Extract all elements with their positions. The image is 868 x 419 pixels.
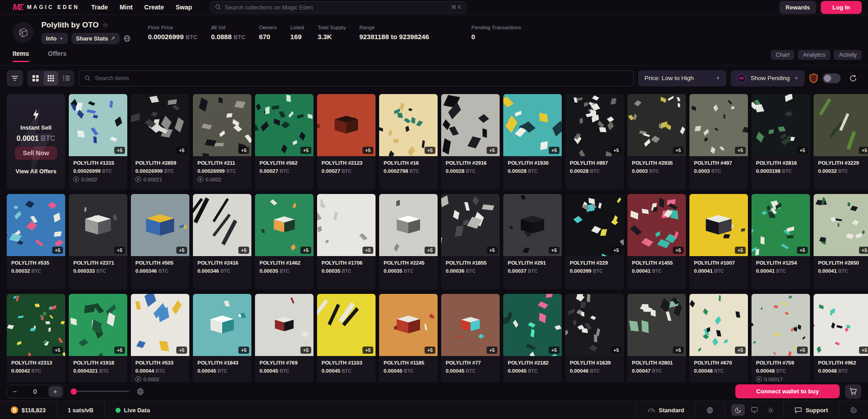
- nft-card[interactable]: +5 POLYLITH #670 0.00048 BTC ฿: [689, 294, 748, 382]
- nft-card[interactable]: +5 POLYLITH #1930 0.00028 BTC ฿: [503, 94, 562, 189]
- nft-card[interactable]: +5 POLYLITH #2313 0.00042 BTC ฿: [7, 294, 65, 382]
- refresh-button[interactable]: [845, 70, 861, 86]
- nav-link-create[interactable]: Create: [144, 4, 164, 11]
- view-small-grid-button[interactable]: [44, 71, 58, 86]
- items-search-input[interactable]: [95, 75, 628, 81]
- nft-card[interactable]: +5 POLYLITH #2245 0.00035 BTC ฿: [379, 194, 438, 289]
- nft-card[interactable]: +5 POLYLITH #2371 0.000333 BTC ฿: [69, 194, 127, 289]
- analytics-button[interactable]: Analytics: [798, 50, 830, 60]
- status-footer: ₿ $118,823 1 sats/vB Live Data Standard …: [0, 401, 868, 419]
- global-search-input[interactable]: [225, 4, 447, 11]
- nav-link-mint[interactable]: Mint: [120, 4, 133, 11]
- nft-price-value: 0.00026999: [197, 168, 225, 174]
- nft-card[interactable]: +5 POLYLITH #2916 0.00028 BTC ฿: [441, 94, 500, 189]
- btc-price-indicator[interactable]: ₿ $118,823: [0, 401, 57, 419]
- sweep-slider[interactable]: [71, 388, 129, 395]
- cart-button[interactable]: [845, 384, 861, 399]
- nft-card[interactable]: +5 POLYLITH #962 0.00048 BTC ฿: [814, 294, 868, 382]
- nft-card[interactable]: +5 POLYLITH #1103 0.00045 BTC ฿: [317, 294, 376, 382]
- nft-card[interactable]: +5 POLYLITH #2182 0.00045 BTC ฿: [503, 294, 562, 382]
- nft-card[interactable]: +5 POLYLITH #1254 0.00041 BTC ฿: [752, 194, 810, 289]
- nft-card[interactable]: +5 POLYLITH #1007 0.00041 BTC ฿: [689, 194, 748, 289]
- nft-card[interactable]: +5 POLYLITH #533 0.00044 BTC ฿0.0002: [131, 294, 189, 382]
- cookie-settings-button[interactable]: [839, 401, 868, 419]
- favorite-star-icon[interactable]: ☆: [102, 21, 108, 29]
- filter-button[interactable]: [7, 70, 23, 86]
- sweep-toggle[interactable]: [823, 73, 841, 83]
- connect-wallet-button[interactable]: Connect wallet to buy: [735, 384, 840, 398]
- nft-price: 0.00041 BTC: [756, 268, 805, 274]
- activity-button[interactable]: Activity: [834, 50, 862, 60]
- support-button[interactable]: Support: [784, 401, 839, 419]
- dark-theme-button[interactable]: [731, 404, 745, 416]
- nft-card[interactable]: +5 POLYLITH #497 0.0003 BTC ฿: [689, 94, 748, 189]
- nft-card[interactable]: +5 POLYLITH #1639 0.00046 BTC ฿: [565, 294, 624, 382]
- nft-card[interactable]: +5 POLYLITH #769 0.00045 BTC ฿: [255, 294, 313, 382]
- nft-card[interactable]: +5 POLYLITH #1185 0.00045 BTC ฿: [379, 294, 438, 382]
- collection-avatar[interactable]: [13, 22, 33, 43]
- stat-total-supply: Total Supply 3.3K: [318, 25, 346, 41]
- nft-card[interactable]: +5 POLYLITH #1462 0.00035 BTC ฿: [255, 194, 313, 289]
- nft-card[interactable]: +5 POLYLITH #2123 0.00027 BTC ฿: [317, 94, 376, 189]
- login-button[interactable]: Log In: [821, 1, 862, 14]
- nft-price-value: 0.000346: [197, 268, 219, 274]
- settings-button[interactable]: [695, 401, 725, 419]
- nft-card[interactable]: +5 POLYLITH #2935 0.0003 BTC ฿: [627, 94, 686, 189]
- nft-card[interactable]: +5 POLYLITH #2816 0.0003198 BTC ฿: [752, 94, 810, 189]
- sort-dropdown[interactable]: Price: Low to High ▼: [638, 70, 726, 86]
- global-search[interactable]: ⌘ K: [210, 1, 466, 13]
- nav-link-swap[interactable]: Swap: [175, 4, 192, 11]
- tab-items[interactable]: Items: [13, 50, 29, 62]
- network-fee-indicator[interactable]: 1 sats/vB: [57, 401, 105, 419]
- nft-card[interactable]: +5 POLYLITH #2859 0.00026999 BTC ฿0.0002…: [131, 94, 189, 189]
- nft-price-value: 0.00044: [135, 368, 154, 374]
- tab-offers[interactable]: Offers: [48, 50, 67, 62]
- nft-card[interactable]: +5 POLYLITH #897 0.00028 BTC ฿: [565, 94, 624, 189]
- nft-card[interactable]: +5 POLYLITH #2801 0.00047 BTC ฿: [627, 294, 686, 382]
- nft-card[interactable]: +5 POLYLITH #2416 0.000346 BTC ฿: [193, 194, 251, 289]
- system-theme-button[interactable]: [747, 404, 761, 416]
- nft-card[interactable]: +5 POLYLITH #2650 0.00041 BTC ฿: [814, 194, 868, 289]
- nft-card[interactable]: +5 POLYLITH #1455 0.00041 BTC ฿: [627, 194, 686, 289]
- nft-name: POLYLITH #1007: [694, 260, 743, 266]
- quantity-minus-button[interactable]: −: [8, 386, 22, 397]
- fee-speed-selector[interactable]: Standard: [636, 401, 695, 419]
- view-list-button[interactable]: [59, 71, 73, 86]
- nft-card[interactable]: +5 POLYLITH #505 0.000346 BTC ฿: [131, 194, 189, 289]
- view-mode-switcher: [27, 70, 74, 86]
- nft-card[interactable]: +5 POLYLITH #1315 0.00026999 BTC ฿0.0002: [69, 94, 127, 189]
- nft-card[interactable]: +5 POLYLITH #229 0.000399 BTC ฿: [565, 194, 624, 289]
- rewards-button[interactable]: Rewards: [779, 1, 816, 14]
- nft-card[interactable]: +5 POLYLITH #759 0.00048 BTC ฿0.00017: [752, 294, 810, 382]
- nft-card[interactable]: +5 POLYLITH #3229 0.00032 BTC ฿: [814, 94, 868, 189]
- website-globe-icon[interactable]: [123, 35, 131, 42]
- nft-card[interactable]: +5 POLYLITH #211 0.00026999 BTC ฿0.0002: [193, 94, 251, 189]
- nft-card[interactable]: +5 POLYLITH #562 0.00027 BTC ฿: [255, 94, 313, 189]
- quantity-plus-button[interactable]: +: [49, 386, 62, 397]
- nft-card[interactable]: +5 POLYLITH #1706 0.00035 BTC ฿: [317, 194, 376, 289]
- sweep-settings-gear-icon[interactable]: [136, 387, 144, 396]
- share-stats-button[interactable]: Share Stats ↗: [72, 33, 120, 44]
- light-theme-button[interactable]: [764, 404, 777, 416]
- magic-eden-logo[interactable]: MΣ MAGIC EDEN: [13, 2, 80, 12]
- nft-card[interactable]: +5 POLYLITH #77 0.00045 BTC ฿: [441, 294, 500, 382]
- nft-card[interactable]: +5 POLYLITH #1843 0.00045 BTC ฿: [193, 294, 251, 382]
- nft-card[interactable]: +5 POLYLITH #535 0.00032 BTC ฿: [7, 194, 65, 289]
- nft-card[interactable]: +5 POLYLITH #16 0.0002798 BTC ฿: [379, 94, 438, 189]
- shield-icon[interactable]: [809, 73, 818, 83]
- nft-price-currency: BTC: [466, 168, 476, 174]
- nft-name: POLYLITH #2182: [508, 360, 557, 365]
- chart-button[interactable]: Chart: [771, 50, 795, 60]
- show-pending-dropdown[interactable]: MΣ Show Pending ▼: [731, 70, 805, 86]
- slider-knob[interactable]: [71, 388, 77, 395]
- sell-now-button[interactable]: Sell Now: [15, 146, 57, 160]
- view-large-grid-button[interactable]: [28, 71, 43, 86]
- info-dropdown[interactable]: Info ▼: [41, 33, 68, 44]
- nft-sub-price: ฿0.0002: [135, 376, 185, 382]
- view-all-offers-link[interactable]: View All Offers: [15, 168, 56, 175]
- nft-card[interactable]: +5 POLYLITH #1918 0.0004321 BTC ฿: [69, 294, 127, 382]
- nft-card[interactable]: +5 POLYLITH #291 0.00037 BTC ฿: [503, 194, 562, 289]
- items-search[interactable]: [79, 70, 634, 86]
- nft-card[interactable]: +5 POLYLITH #1855 0.00036 BTC ฿: [441, 194, 500, 289]
- nav-link-trade[interactable]: Trade: [91, 4, 108, 11]
